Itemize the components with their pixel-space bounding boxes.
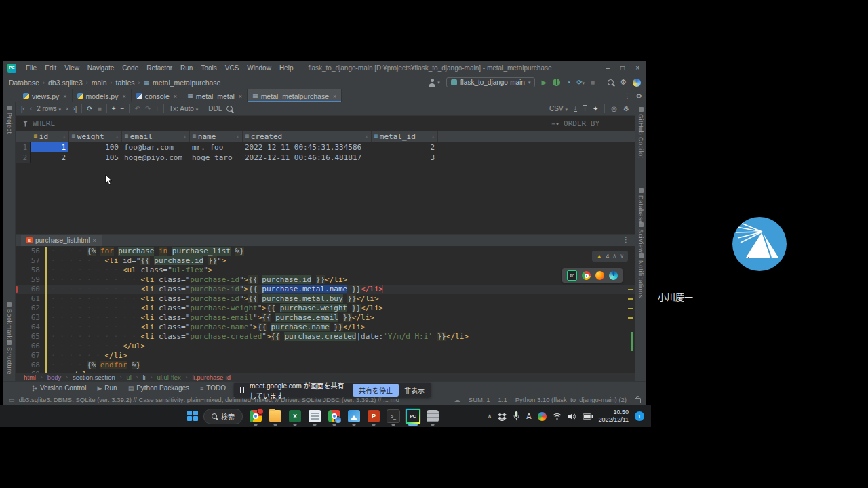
toolwindow-run[interactable]: ▶Run (97, 384, 117, 392)
breadcrumb-database[interactable]: Database (9, 79, 39, 87)
toolwindow-todo[interactable]: ≡TODO (200, 384, 226, 392)
menu-item-window[interactable]: Window (243, 64, 275, 72)
cell-id[interactable]: 2 (31, 152, 68, 163)
close-button[interactable]: × (635, 64, 639, 72)
stripe-github-copilot[interactable]: GitHub Copilot (635, 107, 646, 159)
stop-sharing-button[interactable]: 共有を停止 (353, 384, 399, 396)
sort-indicator-icon[interactable]: ↕ (365, 134, 368, 140)
taskbar-app-notepad[interactable] (307, 408, 323, 424)
wifi-icon[interactable] (553, 413, 561, 420)
tab-purchase-list-html[interactable]: 5 purchase_list.html × (21, 235, 102, 246)
meet-participant-tile[interactable]: 小川慶一 (651, 0, 868, 488)
breadcrumb-ul-ul-flex[interactable]: ul.ul-flex (157, 373, 180, 381)
more-options-icon[interactable]: ⋮ (624, 92, 631, 100)
sort-indicator-icon[interactable]: ↕ (183, 134, 186, 140)
cell-metal_id[interactable]: 3 (371, 152, 437, 163)
menu-item-run[interactable]: Run (176, 64, 197, 72)
menu-item-file[interactable]: File (22, 64, 41, 72)
next-issue-icon[interactable]: ∨ (620, 251, 624, 261)
find-in-grid-icon[interactable] (226, 106, 233, 112)
close-tab-icon[interactable]: × (174, 93, 177, 100)
reload-data-icon[interactable]: ⟳ (87, 105, 92, 113)
taskbar-app-terminal[interactable]: >_ (385, 408, 401, 424)
inspection-widget[interactable]: ▲ 4 ∧ ∨ (592, 251, 628, 262)
preview-firefox-icon[interactable] (595, 271, 604, 280)
menu-item-code[interactable]: Code (118, 64, 142, 72)
toolwindow-version-control[interactable]: Version Control (32, 384, 86, 392)
minimize-button[interactable]: – (606, 64, 610, 72)
editor-settings-gear-icon[interactable]: ⚙ (636, 92, 642, 100)
breadcrumb-ul[interactable]: ul (126, 373, 131, 381)
cell-created[interactable]: 2022-12-11 00:46:16.481817 (242, 152, 371, 163)
breadcrumb-tables[interactable]: tables (116, 79, 135, 87)
stripe-database[interactable]: Database (635, 188, 646, 224)
column-header-id[interactable]: ▦id↕ (31, 131, 69, 142)
search-everywhere-icon[interactable] (608, 79, 614, 85)
taskbar-app-pycharm[interactable]: PC (405, 408, 421, 424)
preview-pycharm-icon[interactable]: PC (567, 270, 577, 281)
previous-page-button[interactable]: ‹ (30, 105, 32, 113)
tab-console[interactable]: console× (132, 89, 182, 102)
taskbar-clock[interactable]: 10:50 2022/12/11 (599, 409, 629, 424)
browser-profile-icon[interactable] (538, 412, 547, 421)
next-page-button[interactable]: › (66, 105, 68, 113)
close-tab-icon[interactable]: × (93, 237, 96, 244)
sort-indicator-icon[interactable]: ↕ (236, 134, 239, 140)
caret-position[interactable]: 1:1 (498, 396, 507, 403)
sum-indicator[interactable]: SUM: 1 (469, 396, 490, 403)
notification-count-badge[interactable]: 1 (635, 411, 644, 421)
column-header-created[interactable]: ▦created↕ (243, 131, 372, 142)
breadcrumb-html[interactable]: html (24, 373, 36, 381)
close-tab-icon[interactable]: × (239, 93, 242, 100)
cell-id[interactable]: 1 (31, 142, 68, 152)
start-button[interactable] (187, 411, 199, 422)
code-with-me-icon[interactable] (633, 79, 641, 87)
run-configuration-selector[interactable]: flask_to_django-main▾ (446, 77, 536, 87)
taskbar-app-dbtool[interactable] (425, 408, 441, 424)
run-button[interactable]: ▶ (541, 79, 547, 86)
tab-views-py[interactable]: views.py× (18, 89, 73, 102)
user-account-button[interactable]: ▾ (428, 79, 440, 87)
hide-bar-button[interactable]: 非表示 (404, 385, 425, 395)
cell-created[interactable]: 2022-12-11 00:45:31.334586 (242, 142, 371, 152)
transaction-mode-selector[interactable]: Tx: Auto ▾ (169, 105, 198, 113)
add-row-button[interactable]: + (112, 105, 116, 113)
cell-weight[interactable]: 100 (68, 142, 121, 152)
sort-indicator-icon[interactable]: ↕ (431, 134, 435, 140)
breadcrumb-section-section[interactable]: section.section (73, 373, 115, 381)
toolwindow-python-packages[interactable]: ▤Python Packages (128, 384, 189, 392)
menu-item-vcs[interactable]: VCS (221, 64, 243, 72)
maximize-button[interactable]: □ (620, 64, 625, 72)
sort-indicator-icon[interactable]: ↕ (62, 134, 66, 140)
tab-metal_metalpurchase[interactable]: ▦metal_metalpurchase× (248, 89, 342, 102)
profiler-button[interactable]: ⟳▾ (576, 79, 585, 86)
stripe-structure[interactable]: Structure (3, 340, 15, 375)
taskbar-app-photos[interactable] (346, 408, 362, 424)
taskbar-app-explorer[interactable] (267, 408, 283, 424)
cell-name[interactable]: mr. foo (189, 142, 242, 152)
preview-chrome-icon[interactable] (582, 271, 591, 280)
code-editor[interactable]: 56· · · · {% for purchase in purchase_li… (16, 247, 635, 373)
breadcrumb-li[interactable]: li (143, 373, 146, 381)
tray-overflow-icon[interactable]: ∧ (488, 413, 492, 420)
column-header-metal_id[interactable]: ▦metal_id↕ (372, 131, 438, 142)
menu-item-view[interactable]: View (60, 64, 83, 72)
taskbar-app-powerpoint[interactable]: P (366, 408, 382, 424)
cell-weight[interactable]: 105 (68, 152, 121, 163)
menu-item-refactor[interactable]: Refactor (142, 64, 176, 72)
export-data-icon[interactable]: ↓ (574, 105, 577, 112)
menu-item-tools[interactable]: Tools (197, 64, 220, 72)
prev-issue-icon[interactable]: ∧ (612, 251, 616, 261)
column-header-email[interactable]: ▦email↕ (122, 131, 190, 142)
close-tab-icon[interactable]: × (333, 93, 336, 100)
redo-icon[interactable]: ↷ (145, 105, 151, 113)
where-filter-field[interactable]: WHERE (33, 119, 55, 128)
undo-icon[interactable]: ↶ (134, 105, 140, 113)
ime-indicator[interactable]: A (526, 412, 531, 420)
stripe-sciview[interactable]: SciView (635, 222, 646, 253)
pause-sharing-icon[interactable] (240, 387, 244, 393)
cloud-sync-icon[interactable]: ☁ (454, 396, 460, 403)
lock-icon[interactable] (635, 398, 641, 403)
submit-icon[interactable]: ↑ (155, 105, 159, 113)
column-header-name[interactable]: ▦name↕ (190, 131, 243, 142)
